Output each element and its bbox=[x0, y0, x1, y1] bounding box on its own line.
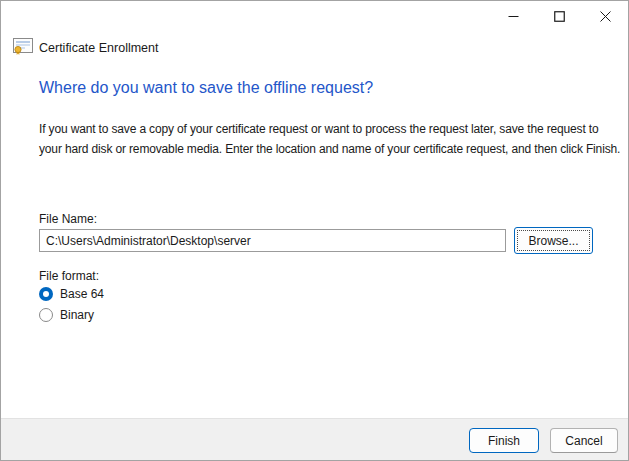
page-title: Where do you want to save the offline re… bbox=[39, 79, 373, 97]
file-name-label: File Name: bbox=[39, 212, 97, 226]
maximize-icon bbox=[554, 11, 565, 22]
certificate-icon bbox=[13, 38, 33, 55]
titlebar[interactable] bbox=[1, 1, 628, 31]
dialog-title: Certificate Enrollment bbox=[39, 41, 159, 55]
radio-label: Base 64 bbox=[60, 287, 104, 301]
radio-option-binary[interactable]: Binary bbox=[39, 308, 94, 322]
maximize-button[interactable] bbox=[536, 1, 582, 31]
caption-buttons bbox=[490, 1, 628, 31]
button-bar: Finish Cancel bbox=[1, 418, 628, 460]
file-name-input[interactable] bbox=[39, 229, 506, 252]
certificate-enrollment-dialog: Certificate Enrollment Where do you want… bbox=[0, 0, 629, 461]
radio-label: Binary bbox=[60, 308, 94, 322]
finish-button[interactable]: Finish bbox=[469, 428, 539, 453]
close-icon bbox=[600, 11, 611, 22]
cancel-button[interactable]: Cancel bbox=[550, 428, 618, 453]
minimize-icon bbox=[508, 11, 519, 22]
file-format-label: File format: bbox=[39, 269, 99, 283]
close-button[interactable] bbox=[582, 1, 628, 31]
minimize-button[interactable] bbox=[490, 1, 536, 31]
radio-option-base64[interactable]: Base 64 bbox=[39, 287, 104, 301]
radio-selected-icon[interactable] bbox=[39, 287, 53, 301]
radio-unselected-icon[interactable] bbox=[39, 308, 53, 322]
browse-button[interactable]: Browse... bbox=[514, 227, 593, 254]
description-text: If you want to save a copy of your certi… bbox=[39, 120, 624, 159]
